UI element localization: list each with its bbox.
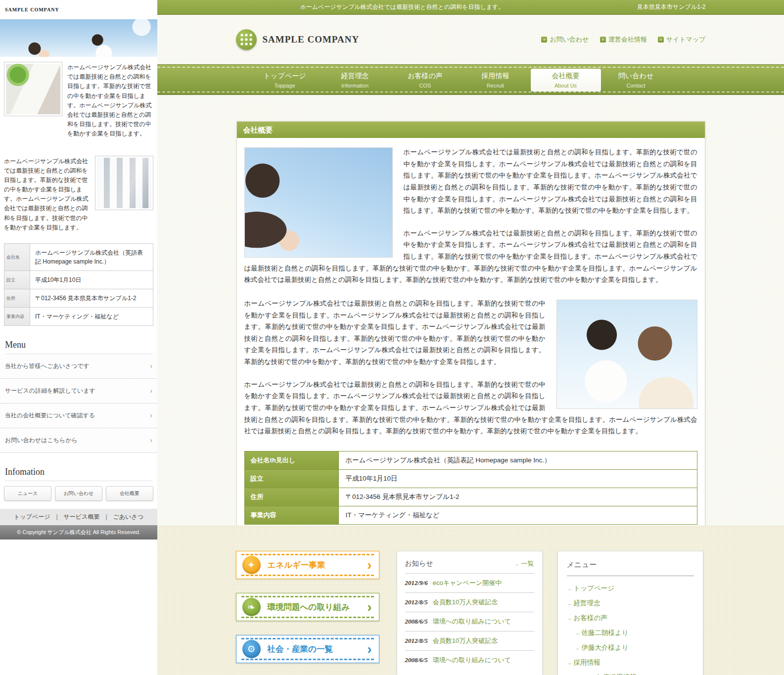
news-list: 2012/9/6 ecoキャンペーン開催中 2012/8/5 会員数10万人突破… xyxy=(405,574,534,670)
news-link[interactable]: 会員数10万人突破記念 xyxy=(433,598,498,607)
main-site: ホームページサンプル株式会社では最新技術と自然との調和を目指します。 見本県見本… xyxy=(157,0,784,675)
chevron-right-icon: › xyxy=(367,558,371,572)
top-bar-tagline: ホームページサンプル株式会社では最新技術と自然との調和を目指します。 xyxy=(236,3,505,11)
banner-column: エネルギー事業 › 環境問題への取り組み › 社会・産業の一覧 › xyxy=(236,551,379,675)
news-row: 2012/9/6 ecoキャンペーン開催中 xyxy=(405,574,534,593)
banner-label: 社会・産業の一覧 xyxy=(268,644,368,655)
row-value: ホームページサンプル株式会社（英語表記 Homepage sample Inc.… xyxy=(30,244,153,271)
news-row: 2012/8/5 会員数10万人突破記念 xyxy=(405,593,534,612)
sidebar-menu-item-greeting[interactable]: 当社から皆様へごあいさつです xyxy=(0,354,157,379)
arrow-square-icon xyxy=(541,37,547,43)
news-date: 2012/8/5 xyxy=(405,637,428,645)
banner-label: 環境問題への取り組み xyxy=(268,602,368,613)
row-value: 平成10年1月10日 xyxy=(338,469,697,488)
side-menu-link-recruit-2010[interactable]: 2010年度採用情報 xyxy=(567,670,694,675)
sidebar-menu-item-service[interactable]: サービスの詳細を解説しています xyxy=(0,379,157,404)
header-link-label: サイトマップ xyxy=(666,35,706,44)
row-label: 設立 xyxy=(244,469,338,488)
office-interior-photo xyxy=(95,156,153,210)
row-value: 〒012-3456 見本県見本市サンプル1-2 xyxy=(30,289,153,308)
logo-text: SAMPLE COMPANY xyxy=(263,34,360,45)
top-bar-address: 見本県見本市サンプル1-2 xyxy=(637,3,705,11)
row-label: 住所 xyxy=(244,488,338,506)
news-link[interactable]: 環境への取り組みについて xyxy=(433,656,511,665)
leaf-icon xyxy=(242,598,261,616)
header-link-contact[interactable]: お問い合わせ xyxy=(541,35,589,44)
nav-item-about-active[interactable]: 会社概要 About Us xyxy=(531,69,601,91)
row-label: 会社名th見出し xyxy=(244,451,338,469)
global-nav: トップページ Toppage 経営理念 Information お客様の声 CO… xyxy=(157,64,784,95)
sidebar-intro-block-1: ホームページサンプル株式会社では最新技術と自然との調和を目指します。革新的な技術… xyxy=(0,57,157,143)
about-button[interactable]: 会社概要 xyxy=(106,486,153,501)
header-link-label: 運営会社情報 xyxy=(608,35,647,44)
sidebar-menu-item-contact[interactable]: お問い合わせはこちらから xyxy=(0,428,157,453)
news-date: 2012/8/5 xyxy=(405,598,428,606)
header-link-label: お問い合わせ xyxy=(550,35,589,44)
arrow-square-icon xyxy=(658,37,664,43)
company-info-table: 会社名th見出し ホームページサンプル株式会社（英語表記 Homepage sa… xyxy=(244,451,697,525)
row-value: 平成10年1月10日 xyxy=(30,271,153,289)
sidebar-intro-text-1: ホームページサンプル株式会社では最新技術と自然との調和を目指します。革新的な技術… xyxy=(67,62,153,139)
footer-link-greeting[interactable]: ごあいさつ xyxy=(99,513,143,520)
footer-link-service[interactable]: サービス概要 xyxy=(50,513,99,520)
news-link[interactable]: 会員数10万人突破記念 xyxy=(433,636,498,645)
content-row-1: ホームページサンプル株式会社では最新技術と自然との調和を目指します。革新的な技術… xyxy=(244,146,697,297)
table-row: 設立 平成10年1月10日 xyxy=(244,469,697,488)
sidebar-company-table: 会社名 ホームページサンプル株式会社（英語表記 Homepage sample … xyxy=(4,243,153,326)
site-logo[interactable]: SAMPLE COMPANY xyxy=(236,29,360,50)
sidebar-menu: 当社から皆様へごあいさつです サービスの詳細を解説しています 当社の会社概要につ… xyxy=(0,354,157,453)
header-link-company[interactable]: 運営会社情報 xyxy=(600,35,647,44)
side-menu-link-philosophy[interactable]: 経営理念 xyxy=(567,596,694,611)
bottom-widgets-section: エネルギー事業 › 環境問題への取り組み › 社会・産業の一覧 › お知らせ xyxy=(157,526,784,675)
news-button[interactable]: ニュース xyxy=(4,486,51,501)
table-row: 住所 〒012-3456 見本県見本市サンプル1-2 xyxy=(4,289,153,308)
couple-photo xyxy=(556,300,697,409)
arrow-square-icon xyxy=(600,37,606,43)
header-links: お問い合わせ 運営会社情報 サイトマップ xyxy=(541,35,705,44)
side-menu-link-ito[interactable]: 伊藤大介様より xyxy=(567,640,694,655)
table-row: 設立 平成10年1月10日 xyxy=(4,271,153,289)
header-link-sitemap[interactable]: サイトマップ xyxy=(658,35,706,44)
top-bar: ホームページサンプル株式会社では最新技術と自然との調和を目指します。 見本県見本… xyxy=(157,0,784,15)
sidebar-brand: SAMPLE COMPANY xyxy=(0,0,157,15)
nav-item-philosophy[interactable]: 経営理念 Information xyxy=(320,69,390,91)
side-menu-link-voices[interactable]: お客様の声 xyxy=(567,611,694,626)
news-date: 2008/6/5 xyxy=(405,656,428,664)
news-row: 2012/8/5 会員数10万人突破記念 xyxy=(405,631,534,651)
nav-item-top[interactable]: トップページ Toppage xyxy=(250,69,320,91)
sidebar-copyright: © Copyright サンプル株式会社 All Rights Reseved. xyxy=(0,525,157,540)
sidebar-info-heading: Infomation xyxy=(5,467,152,481)
environment-banner[interactable]: 環境問題への取り組み › xyxy=(236,593,379,621)
nav-item-voices[interactable]: お客様の声 COS xyxy=(390,69,461,91)
woman-photo xyxy=(244,147,393,258)
side-menu-link-sato[interactable]: 佐藤二朗様より xyxy=(567,626,694,640)
energy-banner[interactable]: エネルギー事業 › xyxy=(236,551,379,579)
side-menu-link-top[interactable]: トップページ xyxy=(567,581,694,596)
sidebar-menu-heading: Menu xyxy=(5,340,152,354)
site-header: SAMPLE COMPANY お問い合わせ 運営会社情報 サイトマップ xyxy=(157,15,784,64)
sidebar-menu-item-about[interactable]: 当社の会社概要について確認する xyxy=(0,404,157,428)
row-value: ホームページサンプル株式会社（英語表記 Homepage sample Inc.… xyxy=(338,451,697,469)
news-box: お知らせ 一覧 2012/9/6 ecoキャンペーン開催中 2012/8/5 会… xyxy=(397,551,543,675)
news-more-link[interactable]: 一覧 xyxy=(514,559,534,568)
row-value: 〒012-3456 見本県見本市サンプル1-2 xyxy=(338,488,697,506)
nav-item-contact[interactable]: 問い合わせ Contact xyxy=(601,69,671,91)
sidebar-hero-photo xyxy=(0,19,157,57)
row-label: 事業内容 xyxy=(244,506,338,524)
news-date: 2012/9/6 xyxy=(405,579,428,587)
contact-button[interactable]: お問い合わせ xyxy=(55,486,102,501)
side-menu-link-recruit[interactable]: 採用情報 xyxy=(567,655,694,670)
footer-link-top[interactable]: トップページ xyxy=(14,513,50,520)
news-link[interactable]: ecoキャンペーン開催中 xyxy=(433,579,502,587)
news-link[interactable]: 環境への取り組みについて xyxy=(433,617,511,626)
row-label: 事業内容 xyxy=(4,308,30,326)
news-row: 2008/6/5 環境への取り組みについて xyxy=(405,651,534,670)
row-label: 住所 xyxy=(4,289,30,308)
nav-item-recruit[interactable]: 採用情報 Recruit xyxy=(461,69,531,91)
table-row: 住所 〒012-3456 見本県見本市サンプル1-2 xyxy=(244,488,697,506)
table-row: 事業内容 IT・マーケティング・福祉など xyxy=(244,506,697,524)
logo-dots-icon xyxy=(236,29,257,50)
industry-banner[interactable]: 社会・産業の一覧 › xyxy=(236,635,379,663)
mobile-preview-panel: SAMPLE COMPANY ホームページサンプル株式会社では最新技術と自然との… xyxy=(0,0,157,540)
news-date: 2008/6/5 xyxy=(405,618,428,626)
